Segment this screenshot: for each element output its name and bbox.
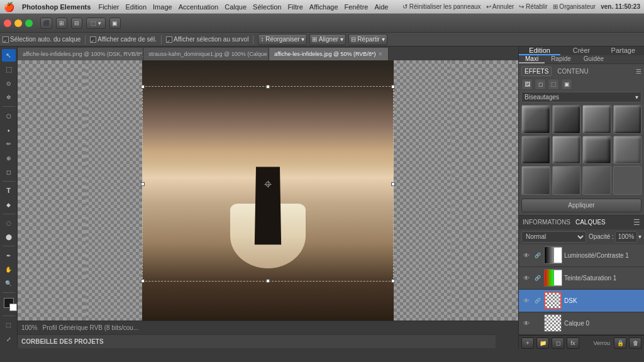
reset-panels-btn[interactable]: ↺ Réinitialiser les panneaux [402, 3, 481, 10]
reorganiser-btn[interactable]: ↕ Réorganiser ▾ [258, 34, 307, 45]
lasso-tool[interactable]: ⊙ [2, 77, 16, 90]
eraser-tool[interactable]: ◻ [2, 166, 16, 178]
show-hover-option[interactable]: Afficher sélection au survol [166, 36, 248, 43]
blend-mode-select[interactable]: Normal [521, 231, 586, 243]
brush-tool[interactable]: ✏ [2, 138, 16, 150]
effect-thumb-6[interactable] [552, 136, 581, 165]
type-tool[interactable]: T [2, 184, 16, 197]
layer-link-4[interactable] [534, 319, 541, 327]
effects-menu-icon[interactable]: ☰ [636, 68, 641, 75]
quick-mask-tool[interactable]: ⬚ [2, 319, 16, 331]
mask-btn[interactable]: ◻ [552, 337, 564, 349]
panel-tab-partage[interactable]: Partage [602, 47, 644, 55]
sub-tab-guidee[interactable]: Guidée [577, 55, 610, 63]
effect-thumb-11[interactable] [582, 166, 611, 195]
opacity-input[interactable] [615, 231, 637, 243]
effects-icon-2[interactable]: ◻ [535, 79, 546, 90]
aligner-btn[interactable]: ⊞ Aligner ▾ [309, 34, 345, 45]
lock-btn[interactable]: 🔒 [614, 337, 626, 349]
show-frame-option[interactable]: Afficher cadre de sél. [90, 36, 157, 43]
layer-row-luminosite[interactable]: 👁 🔗 Luminosité/Contraste 1 [519, 244, 644, 267]
effect-thumb-7[interactable] [582, 136, 611, 165]
sub-tab-rapide[interactable]: Rapide [545, 55, 577, 63]
foreground-color[interactable] [4, 298, 14, 308]
apply-btn[interactable]: Appliquer [521, 199, 641, 212]
effect-thumb-3[interactable] [582, 105, 611, 134]
delete-layer-btn[interactable]: 🗑 [629, 337, 641, 349]
menu-edition[interactable]: Edition [125, 3, 147, 11]
effects-tab-contenu[interactable]: CONTENU [554, 67, 591, 76]
show-hover-checkbox[interactable] [166, 36, 172, 43]
show-frame-checkbox[interactable] [90, 36, 96, 43]
menu-calque[interactable]: Calque [225, 3, 247, 11]
minimize-window-btn[interactable] [14, 19, 22, 27]
hand-tool[interactable]: ✋ [2, 263, 16, 276]
toolbar-btn-3[interactable]: ⊟ [71, 18, 82, 29]
layer-visibility-1[interactable]: 👁 [521, 250, 531, 260]
new-group-btn[interactable]: 📁 [536, 337, 549, 349]
blur-tool[interactable]: ◌ [2, 217, 16, 229]
layer-row-calque0[interactable]: 👁 Calque 0 [519, 312, 644, 335]
auto-select-checkbox[interactable] [3, 36, 9, 43]
tab-2[interactable]: affiche-les-infideles.jpg @ 50% (RVB/8*)… [269, 48, 389, 60]
shape-tool[interactable]: ◆ [2, 198, 16, 211]
layers-menu-icon[interactable]: ☰ [633, 218, 640, 227]
crop-tool[interactable]: ⬡ [2, 109, 16, 122]
sub-tab-maxi[interactable]: Maxi [519, 55, 545, 63]
move-tool[interactable]: ↖ [2, 49, 16, 62]
toolbar-btn-1[interactable]: ⬛ [40, 18, 52, 29]
menu-image[interactable]: Image [153, 3, 172, 11]
toolbar-btn-5[interactable]: ▣ [109, 18, 121, 29]
layer-link-2[interactable]: 🔗 [534, 274, 541, 282]
toolbar-btn-4[interactable]: ⬚ ▾ [86, 18, 106, 29]
effect-thumb-5[interactable] [521, 136, 550, 165]
undo-btn[interactable]: ↩ Annuler [486, 3, 514, 10]
layer-link-3[interactable]: 🔗 [534, 297, 541, 304]
new-layer-btn[interactable]: + [521, 337, 534, 349]
redo-btn[interactable]: ↪ Rétablir [519, 3, 547, 10]
effect-thumb-8[interactable] [613, 136, 642, 165]
tab-0[interactable]: affiche-les-infideles.png @ 100% (DSK, R… [18, 48, 143, 60]
fullscreen-tool[interactable]: ⤢ [2, 333, 16, 346]
panel-tab-creer[interactable]: Créer [560, 47, 602, 55]
layer-visibility-2[interactable]: 👁 [521, 273, 531, 283]
organizer-btn[interactable]: ⊞ Organisateur [553, 3, 596, 10]
zoom-tool[interactable]: 🔍 [2, 277, 16, 290]
layer-visibility-3[interactable]: 👁 [521, 295, 531, 305]
effect-thumb-12[interactable] [613, 166, 642, 195]
menu-aide[interactable]: Aide [374, 3, 388, 11]
background-color[interactable] [9, 304, 17, 311]
menu-affichage[interactable]: Affichage [309, 3, 338, 11]
menu-fenetre[interactable]: Fenêtre [345, 3, 369, 11]
effects-tab-effets[interactable]: EFFETS [521, 67, 552, 76]
clone-tool[interactable]: ⊕ [2, 151, 16, 164]
tab-1[interactable]: strauss-kahn_dominique1.jpg @ 100% (Calq… [143, 48, 269, 60]
effects-icon-4[interactable]: ▣ [561, 79, 572, 90]
close-window-btn[interactable] [4, 19, 11, 27]
menu-accentuation[interactable]: Accentuation [179, 3, 219, 11]
style-btn[interactable]: fx [567, 337, 579, 349]
menu-filtre[interactable]: Filtre [287, 3, 303, 11]
layer-link-1[interactable]: 🔗 [534, 251, 541, 259]
menu-selection[interactable]: Sélection [253, 3, 281, 11]
effect-thumb-9[interactable] [521, 166, 550, 195]
layer-row-dsk[interactable]: 👁 🔗 DSK [519, 290, 644, 312]
toolbar-btn-2[interactable]: ⊞ [56, 18, 67, 29]
panel-tab-edition[interactable]: Edition [519, 47, 560, 55]
effect-thumb-4[interactable] [613, 105, 642, 134]
repartir-btn[interactable]: ⊟ Répartir ▾ [348, 34, 387, 45]
layers-tab-info[interactable]: INFORMATIONS [523, 219, 570, 226]
healing-tool[interactable]: ⬧ [2, 124, 16, 136]
selection-tool[interactable]: ⬚ [2, 63, 16, 75]
effects-icon-1[interactable]: 🖼 [521, 79, 533, 90]
apple-icon[interactable]: 🍎 [4, 2, 14, 12]
menu-fichier[interactable]: Fichier [98, 3, 119, 11]
sponge-tool[interactable]: ⬤ [2, 231, 16, 243]
effect-thumb-1[interactable] [521, 105, 550, 134]
auto-select-option[interactable]: Sélection auto. du calque [3, 36, 80, 43]
effects-icon-3[interactable]: ⬚ [548, 79, 559, 90]
eyedropper-tool[interactable]: ✒ [2, 249, 16, 261]
maximize-window-btn[interactable] [25, 19, 33, 27]
effects-dropdown[interactable]: Biseautages ▾ [521, 92, 641, 102]
layer-row-teinte[interactable]: 👁 🔗 Teinte/Saturation 1 [519, 267, 644, 290]
